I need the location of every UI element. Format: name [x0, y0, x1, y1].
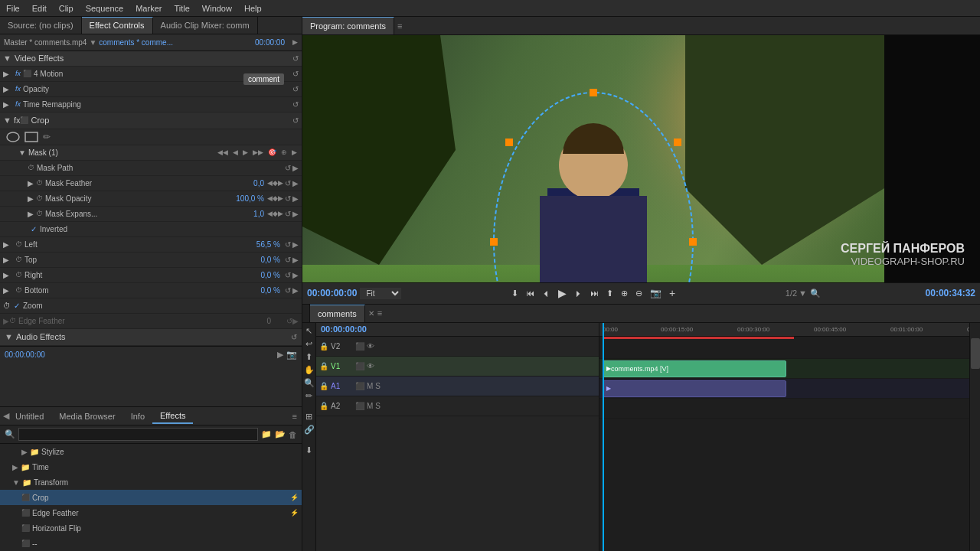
top-expand[interactable]: ▶: [3, 256, 15, 264]
mask-expand-nav-right[interactable]: ▶: [278, 210, 283, 217]
a1-mute-icon[interactable]: M: [367, 382, 373, 390]
mask-opacity-value[interactable]: 100,0 %: [226, 194, 264, 203]
program-panel-menu[interactable]: ≡: [397, 21, 402, 31]
add-track-icon[interactable]: +: [667, 285, 678, 301]
motion-expand[interactable]: ▶: [3, 70, 15, 78]
menu-clip[interactable]: Clip: [53, 2, 80, 15]
tree-item-h-flip[interactable]: ⬛ Horizontal Flip: [0, 520, 302, 536]
edge-feather-value[interactable]: 0: [266, 317, 271, 325]
v1-media-icon[interactable]: ⬛: [355, 362, 364, 370]
mask-expand-icon[interactable]: ⊕: [279, 148, 289, 157]
edge-feather-label[interactable]: Edge Feather: [18, 317, 65, 325]
mask-path-reset[interactable]: ↺: [285, 164, 291, 172]
tree-item-time[interactable]: ▶ 📁 Time: [0, 459, 302, 474]
tree-item-edge-feather[interactable]: ⬛ Edge Feather ⚡: [0, 505, 302, 520]
timeline-panel-menu[interactable]: ✕: [368, 309, 374, 318]
menu-file[interactable]: File: [0, 2, 26, 15]
mark-out-icon[interactable]: ⬆: [604, 287, 616, 300]
mask-opacity-nav-left[interactable]: ◀: [267, 194, 273, 202]
v2-media-icon[interactable]: ⬛: [355, 342, 364, 350]
tab-effect-controls[interactable]: Effect Controls: [82, 17, 153, 34]
crop-header[interactable]: ▼ fx ⬛ Crop ↺: [0, 112, 302, 129]
timeline-scrollbar-thumb[interactable]: [971, 338, 980, 369]
tool-zoom-timeline[interactable]: 🔍: [304, 378, 315, 388]
zoom-select[interactable]: Fit 25% 50% 100%: [360, 288, 401, 299]
bottom-arrow[interactable]: ▶: [292, 286, 299, 295]
mask-opacity-label[interactable]: Mask Opacity: [45, 194, 226, 203]
tab-source[interactable]: Source: (no clips): [0, 17, 82, 34]
tab-program[interactable]: Program: comments: [302, 17, 394, 34]
effects-panel-toggle[interactable]: ◀: [0, 411, 8, 421]
audio-effects-header[interactable]: ▼ Audio Effects ↺: [0, 329, 302, 346]
rect-mask-icon[interactable]: [24, 132, 38, 142]
tool-link[interactable]: 🔗: [304, 425, 315, 435]
a1-solo-icon[interactable]: S: [375, 382, 381, 390]
timeline-tools-collapse[interactable]: [302, 305, 310, 322]
mask-path-arrow[interactable]: ▶: [292, 164, 299, 172]
audio-effects-reset[interactable]: ↺: [291, 333, 297, 341]
mask-opacity-arrow[interactable]: ▶: [292, 194, 299, 203]
bottom-label[interactable]: Bottom: [24, 286, 242, 295]
zoom-label[interactable]: Zoom: [23, 302, 43, 310]
tab-timeline-comments[interactable]: comments: [310, 305, 365, 322]
tool-select[interactable]: ↖: [305, 326, 312, 336]
mask-expand-keyframe[interactable]: ◆: [273, 210, 278, 217]
crop-reset[interactable]: ↺: [292, 116, 299, 125]
tool-pen-timeline[interactable]: ✏: [305, 391, 312, 401]
mask-opacity-reset[interactable]: ↺: [285, 194, 291, 203]
menu-help[interactable]: Help: [238, 2, 268, 15]
mask-feather-label[interactable]: Mask Feather: [45, 179, 226, 187]
opacity-label[interactable]: Opacity: [23, 85, 291, 93]
mask-feather-keyframe[interactable]: ◆: [273, 179, 278, 187]
v1-clip-block[interactable]: ▶ comments.mp4 [V]: [603, 360, 786, 377]
tool-hand[interactable]: ✋: [304, 365, 315, 375]
tool-expand[interactable]: ⬇: [305, 445, 312, 455]
mask-arrow[interactable]: ▶: [290, 148, 299, 157]
mask-feather-arrow[interactable]: ▶: [292, 179, 299, 187]
tool-ripple[interactable]: ↩: [305, 339, 312, 349]
a1-lock-icon[interactable]: 🔒: [319, 382, 328, 390]
lift-icon[interactable]: ⊕: [619, 287, 630, 300]
right-expand[interactable]: ▶: [3, 271, 15, 279]
mask-feather-reset[interactable]: ↺: [285, 179, 291, 187]
time-remap-reset[interactable]: ↺: [292, 100, 299, 109]
mask-prev[interactable]: ◀: [231, 148, 240, 157]
mask-track[interactable]: 🎯: [266, 148, 278, 157]
time-remap-label[interactable]: Time Remapping: [23, 100, 291, 109]
fraction-dropdown[interactable]: ▼: [799, 289, 807, 298]
menu-sequence[interactable]: Sequence: [80, 2, 130, 15]
mask-path-label[interactable]: Mask Path: [37, 164, 283, 172]
edge-feather-reset[interactable]: ↺: [286, 317, 292, 325]
v2-eye-icon[interactable]: 👁: [367, 342, 374, 350]
bottom-expand[interactable]: ▶: [3, 286, 15, 295]
footer-add-keyframe[interactable]: ▶: [277, 350, 283, 360]
opacity-expand[interactable]: ▶: [3, 85, 15, 93]
new-folder-icon[interactable]: 📁: [261, 429, 272, 439]
mask-feather-nav-right[interactable]: ▶: [278, 179, 283, 187]
motion-reset[interactable]: ↺: [292, 70, 299, 78]
step-fwd-icon[interactable]: ⏵: [572, 287, 585, 299]
step-back-icon[interactable]: ⏴: [540, 287, 553, 299]
tab-info[interactable]: Info: [123, 409, 152, 423]
timeline-scrollbar[interactable]: [969, 323, 980, 552]
tree-item-crop[interactable]: ⬛ Crop ⚡: [0, 490, 302, 505]
a1-media-icon[interactable]: ⬛: [355, 382, 364, 390]
mask-expand-reset[interactable]: ↺: [285, 210, 291, 218]
a2-mute-icon[interactable]: M: [367, 402, 373, 410]
mask-expand-nav-left[interactable]: ◀: [267, 210, 273, 217]
tab-audio-mixer[interactable]: Audio Clip Mixer: comm: [153, 17, 258, 34]
mask-expand-expand[interactable]: ▶: [28, 210, 34, 218]
goto-in-icon[interactable]: ⏮: [524, 287, 537, 299]
footer-timecode[interactable]: 00:00:00:00: [5, 350, 45, 359]
menu-window[interactable]: Window: [196, 2, 238, 15]
top-arrow[interactable]: ▶: [292, 256, 299, 264]
top-reset[interactable]: ↺: [285, 256, 291, 264]
bottom-value[interactable]: 0,0 %: [242, 286, 280, 295]
right-reset[interactable]: ↺: [285, 271, 291, 279]
monitor-timecode-end[interactable]: 00:00:34:32: [926, 288, 975, 298]
right-label[interactable]: Right: [24, 271, 242, 279]
delete-bin-icon[interactable]: 🗑: [289, 430, 297, 439]
mask-opacity-nav-right[interactable]: ▶: [278, 194, 283, 202]
right-value[interactable]: 0,0 %: [242, 271, 280, 279]
sequence-label[interactable]: comments * comme...: [99, 38, 173, 47]
